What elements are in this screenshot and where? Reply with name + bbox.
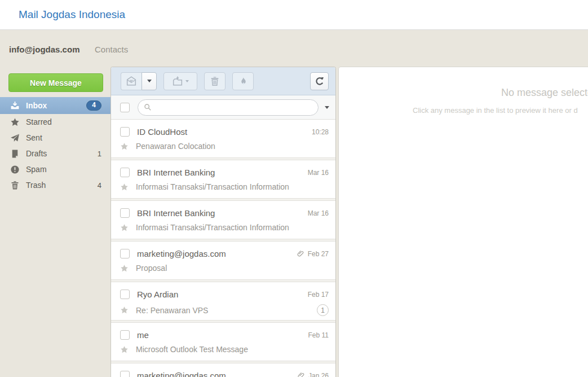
sidebar-item-label: Inbox xyxy=(26,101,47,110)
search-row xyxy=(111,95,335,120)
message-checkbox[interactable] xyxy=(120,371,130,377)
spam-button[interactable] xyxy=(232,72,254,90)
message-subject: Proposal xyxy=(136,264,167,273)
refresh-button[interactable] xyxy=(310,72,329,90)
send-icon xyxy=(10,133,20,143)
sidebar-item-label: Trash xyxy=(26,181,46,190)
star-toggle-icon[interactable] xyxy=(120,345,129,354)
drafts-icon xyxy=(10,149,20,159)
message-subject: Informasi Transaksi/Transaction Informat… xyxy=(136,223,289,232)
star-icon xyxy=(10,117,20,127)
drafts-count: 1 xyxy=(98,150,101,158)
message-sender: marketing@jogdas.com xyxy=(137,371,226,377)
sidebar: New Message Inbox 4 Starred Sent xyxy=(0,67,110,377)
thread-count-badge: 1 xyxy=(317,304,329,316)
message-checkbox[interactable] xyxy=(120,330,130,340)
search-options-caret-icon[interactable] xyxy=(325,106,329,109)
app-header: Mail Jogdas Indonesia xyxy=(0,0,588,30)
star-toggle-icon[interactable] xyxy=(120,183,129,191)
message-subject: Penawaran Colocation xyxy=(136,142,215,151)
star-toggle-icon[interactable] xyxy=(120,223,129,232)
search-input[interactable] xyxy=(155,103,312,112)
app-title: Mail Jogdas Indonesia xyxy=(19,0,125,29)
message-list-panel: ID CloudHost 10:28 Penawaran Colocation … xyxy=(110,67,336,377)
message-sender: marketing@jogdas.com xyxy=(137,249,226,258)
preview-empty-title: No message selected xyxy=(501,87,588,99)
search-icon xyxy=(144,103,152,111)
star-toggle-icon[interactable] xyxy=(120,142,129,151)
sidebar-item-label: Drafts xyxy=(26,149,47,158)
message-date: Feb 17 xyxy=(308,291,329,299)
star-toggle-icon[interactable] xyxy=(120,264,129,273)
message-date: Mar 16 xyxy=(308,169,329,177)
message-subject: Informasi Transaksi/Transaction Informat… xyxy=(136,182,289,191)
message-sender: BRI Internet Banking xyxy=(137,168,215,177)
sidebar-item-drafts[interactable]: Drafts 1 xyxy=(0,146,110,161)
star-toggle-icon[interactable] xyxy=(120,306,129,314)
message-date: 10:28 xyxy=(312,128,329,136)
flame-icon xyxy=(238,76,248,86)
unread-count-badge: 4 xyxy=(86,100,101,111)
sidebar-item-label: Starred xyxy=(26,117,52,126)
message-checkbox[interactable] xyxy=(120,168,130,177)
paperclip-icon xyxy=(298,372,305,377)
envelope-open-icon xyxy=(126,76,136,86)
message-row[interactable]: Ryo Ardian Feb 17 Re: Penawaran VPS 1 xyxy=(111,282,335,320)
mark-read-split-button xyxy=(121,72,157,90)
trash-count: 4 xyxy=(98,181,101,190)
message-list: ID CloudHost 10:28 Penawaran Colocation … xyxy=(111,120,335,377)
sidebar-item-sent[interactable]: Sent xyxy=(0,130,110,146)
sidebar-item-trash[interactable]: Trash 4 xyxy=(0,177,110,193)
refresh-icon xyxy=(315,76,325,86)
folder-list: Inbox 4 Starred Sent Drafts 1 xyxy=(0,97,110,193)
caret-down-icon xyxy=(185,80,189,82)
message-row[interactable]: me Feb 11 Microsoft Outlook Test Message xyxy=(111,323,335,361)
sidebar-item-inbox[interactable]: Inbox 4 xyxy=(0,97,110,114)
spam-icon xyxy=(10,165,20,174)
sidebar-item-label: Sent xyxy=(26,133,42,142)
tab-mailbox[interactable]: info@jogdas.com xyxy=(9,45,79,54)
delete-button[interactable] xyxy=(204,72,226,90)
preview-empty-hint: Click any message in the list to preview… xyxy=(413,106,578,115)
mark-read-menu-button[interactable] xyxy=(142,72,157,90)
caret-down-icon xyxy=(147,80,152,82)
message-row[interactable]: BRI Internet Banking Mar 16 Informasi Tr… xyxy=(111,160,335,198)
message-row[interactable]: marketing@jogdas.com Feb 27 Proposal xyxy=(111,242,335,279)
trash-icon xyxy=(210,76,220,86)
message-checkbox[interactable] xyxy=(120,290,130,299)
message-date: Feb 11 xyxy=(308,331,329,339)
message-checkbox[interactable] xyxy=(120,208,130,218)
inbox-icon xyxy=(10,101,20,111)
message-sender: Ryo Ardian xyxy=(137,290,178,299)
message-date: Jan 26 xyxy=(298,372,329,377)
trash-icon xyxy=(10,181,20,190)
message-subject: Re: Penawaran VPS xyxy=(136,306,208,315)
message-row[interactable]: marketing@jogdas.com Jan 26 xyxy=(111,363,335,377)
paperclip-icon xyxy=(297,250,304,257)
message-sender: BRI Internet Banking xyxy=(137,208,215,218)
move-to-folder-button[interactable] xyxy=(163,72,197,90)
message-date: Mar 16 xyxy=(308,209,329,217)
preview-panel: No message selected Click any message in… xyxy=(338,67,588,377)
message-checkbox[interactable] xyxy=(120,249,130,258)
message-row[interactable]: BRI Internet Banking Mar 16 Informasi Tr… xyxy=(111,201,335,239)
message-date: Feb 27 xyxy=(297,250,329,258)
message-row[interactable]: ID CloudHost 10:28 Penawaran Colocation xyxy=(111,120,335,157)
account-nav: info@jogdas.com Contacts xyxy=(0,30,588,67)
message-sender: me xyxy=(137,330,149,340)
search-box[interactable] xyxy=(138,99,319,116)
sidebar-item-spam[interactable]: Spam xyxy=(0,161,110,177)
message-sender: ID CloudHost xyxy=(137,127,187,137)
tab-contacts[interactable]: Contacts xyxy=(95,45,128,54)
archive-icon xyxy=(173,76,183,86)
mark-read-button[interactable] xyxy=(121,72,142,90)
new-message-button[interactable]: New Message xyxy=(8,73,103,92)
message-subject: Microsoft Outlook Test Message xyxy=(136,345,248,354)
select-all-checkbox[interactable] xyxy=(120,103,130,112)
message-checkbox[interactable] xyxy=(120,127,130,137)
message-toolbar xyxy=(111,67,335,95)
sidebar-item-starred[interactable]: Starred xyxy=(0,114,110,130)
sidebar-item-label: Spam xyxy=(26,165,47,174)
